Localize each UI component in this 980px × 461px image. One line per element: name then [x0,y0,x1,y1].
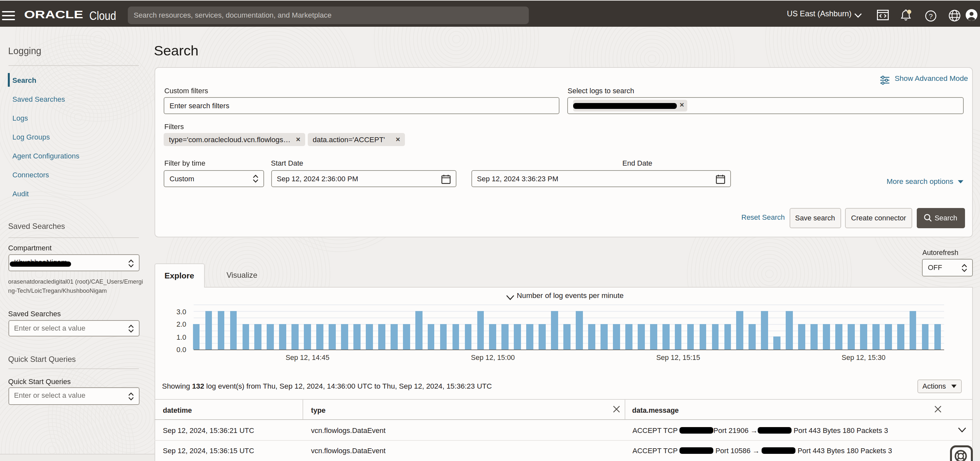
svg-text:?: ? [929,12,933,19]
